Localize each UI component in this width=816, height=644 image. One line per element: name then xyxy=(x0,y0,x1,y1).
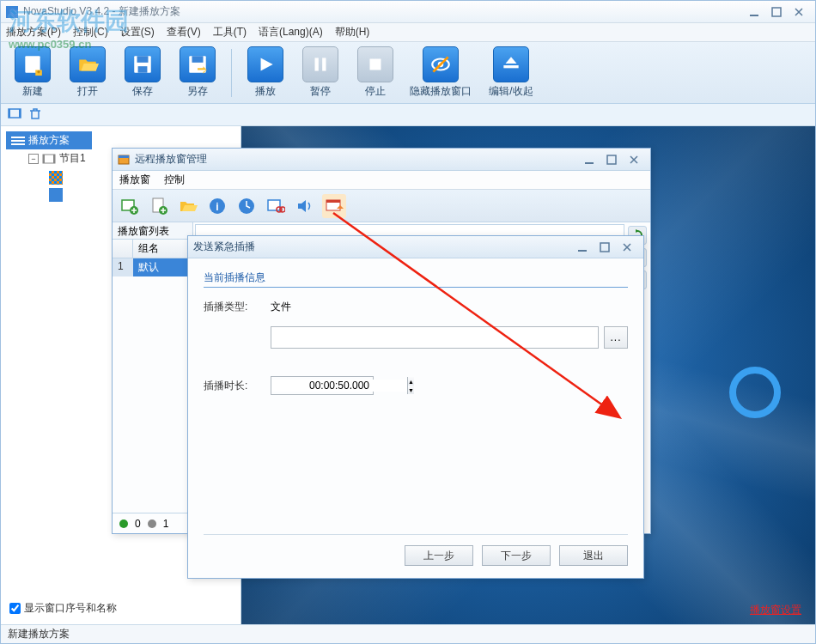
menu-lang[interactable]: 语言(Lang)(A) xyxy=(259,25,323,39)
collapse-box-icon[interactable]: − xyxy=(28,154,39,164)
insert-minimize-button[interactable] xyxy=(571,240,594,255)
insert-type-row: 插播类型: 文件 xyxy=(204,300,628,314)
add-document-icon[interactable] xyxy=(147,194,171,218)
saveas-button[interactable]: 另存 xyxy=(173,46,222,100)
svg-text:i: i xyxy=(216,201,218,213)
new-button[interactable]: 新建 xyxy=(8,46,58,100)
remote-title: 远程播放窗管理 xyxy=(135,152,207,167)
svg-marker-17 xyxy=(506,57,517,64)
info-icon[interactable]: i xyxy=(205,194,229,218)
insert-title-bar: 发送紧急插播 xyxy=(188,236,643,258)
remote-window-list-panel: 播放窗列表 组名 1 默认 0 1 xyxy=(113,222,193,533)
pause-button[interactable]: 暂停 xyxy=(295,46,345,100)
insert-dialog-buttons: 上一步 下一步 退出 xyxy=(204,534,628,566)
remote-close-button[interactable] xyxy=(623,152,645,167)
svg-point-37 xyxy=(280,207,285,212)
svg-rect-5 xyxy=(137,56,149,63)
svg-rect-22 xyxy=(43,155,45,163)
insert-maximize-button[interactable] xyxy=(594,240,616,255)
minimize-button[interactable] xyxy=(743,4,765,20)
spin-down-icon[interactable]: ▼ xyxy=(408,386,414,394)
window-list-header: 播放窗列表 xyxy=(113,222,192,240)
menu-help[interactable]: 帮助(H) xyxy=(335,25,370,39)
svg-rect-21 xyxy=(43,155,55,163)
remote-menu-window[interactable]: 播放窗 xyxy=(119,173,150,187)
exit-button[interactable]: 退出 xyxy=(559,545,628,566)
window-list-row[interactable]: 1 默认 xyxy=(113,258,192,276)
pause-icon xyxy=(302,46,338,82)
next-button[interactable]: 下一步 xyxy=(482,545,551,566)
svg-rect-35 xyxy=(268,200,280,210)
remote-menu-bar: 播放窗 控制 xyxy=(113,171,650,190)
svg-rect-10 xyxy=(315,58,319,70)
window-icon xyxy=(118,154,130,166)
main-title-bar: NovaStudio V3.4.2 - 新建播放方案 xyxy=(1,1,815,23)
delete-icon[interactable] xyxy=(28,106,42,123)
offline-dot-icon xyxy=(148,519,156,528)
playback-window-settings-link[interactable]: 播放窗设置 xyxy=(750,603,801,617)
online-dot-icon xyxy=(119,519,128,528)
menu-settings[interactable]: 设置(S) xyxy=(120,25,155,39)
menu-playplan[interactable]: 播放方案(P) xyxy=(6,25,61,39)
clock-icon[interactable] xyxy=(234,194,259,218)
play-button[interactable]: 播放 xyxy=(241,46,290,100)
send-emergency-insert-dialog: 发送紧急插播 当前插播信息 插播类型: 文件 ... 插播时长: ▲▼ 上一步 … xyxy=(187,235,644,579)
svg-rect-12 xyxy=(370,59,381,70)
app-icon xyxy=(6,6,18,18)
show-window-checkbox-row[interactable]: 显示窗口序号和名称 xyxy=(6,598,235,619)
maximize-button[interactable] xyxy=(765,4,788,20)
volume-icon[interactable] xyxy=(293,194,317,218)
remote-menu-control[interactable]: 控制 xyxy=(164,173,185,187)
svg-rect-26 xyxy=(585,162,594,164)
prev-button[interactable]: 上一步 xyxy=(405,545,473,566)
col-group[interactable]: 组名 xyxy=(133,240,192,258)
svg-rect-20 xyxy=(19,109,21,118)
stop-icon xyxy=(357,46,393,82)
remote-title-bar: 远程播放窗管理 xyxy=(113,149,650,171)
show-window-checkbox[interactable] xyxy=(9,603,21,614)
sub-toolbar xyxy=(1,104,815,126)
menu-control[interactable]: 控制(C) xyxy=(73,25,108,39)
remote-status-row: 0 1 xyxy=(113,513,192,533)
col-number[interactable] xyxy=(113,240,133,258)
svg-rect-8 xyxy=(192,56,204,63)
cut-window-icon[interactable] xyxy=(264,194,288,218)
insert-section-title: 当前插播信息 xyxy=(204,270,628,288)
duration-input[interactable] xyxy=(271,380,407,392)
save-as-icon xyxy=(180,46,216,82)
svg-rect-6 xyxy=(138,66,148,73)
svg-rect-45 xyxy=(600,243,609,252)
duration-spinner[interactable]: ▲▼ xyxy=(271,376,374,395)
open-button[interactable]: 打开 xyxy=(63,46,113,100)
insert-file-input[interactable] xyxy=(271,326,599,349)
hide-window-button[interactable]: 隐藏播放窗口 xyxy=(405,46,476,100)
collapse-icon xyxy=(493,46,529,82)
status-text: 新建播放方案 xyxy=(8,627,70,641)
menu-view[interactable]: 查看(V) xyxy=(167,25,201,39)
preview-logo-ring xyxy=(729,367,781,418)
menu-tools[interactable]: 工具(T) xyxy=(213,25,247,39)
save-button[interactable]: 保存 xyxy=(118,46,167,100)
status-bar: 新建播放方案 xyxy=(1,624,815,643)
insert-close-button[interactable] xyxy=(616,240,638,255)
close-button[interactable] xyxy=(788,4,810,20)
spin-up-icon[interactable]: ▲ xyxy=(408,377,414,386)
add-window-icon[interactable] xyxy=(118,194,142,218)
spinner-buttons[interactable]: ▲▼ xyxy=(407,377,414,394)
remote-maximize-button[interactable] xyxy=(600,152,623,167)
svg-rect-19 xyxy=(9,109,10,118)
film-strip-icon xyxy=(42,152,56,166)
svg-rect-25 xyxy=(119,155,129,158)
browse-button[interactable]: ... xyxy=(604,326,628,349)
film-icon[interactable] xyxy=(8,106,21,123)
remote-minimize-button[interactable] xyxy=(578,152,600,167)
insert-duration-label: 插播时长: xyxy=(204,379,271,393)
new-file-icon xyxy=(15,46,51,82)
broadcast-list-icon[interactable] xyxy=(322,194,346,218)
stop-button[interactable]: 停止 xyxy=(350,46,400,100)
open-folder-icon[interactable] xyxy=(176,194,200,218)
window-list-columns: 组名 xyxy=(113,240,192,258)
edit-collapse-button[interactable]: 编辑/收起 xyxy=(481,46,541,100)
app-title: NovaStudio V3.4.2 - 新建播放方案 xyxy=(23,4,180,19)
tree-root-item[interactable]: 播放方案 xyxy=(6,131,92,149)
